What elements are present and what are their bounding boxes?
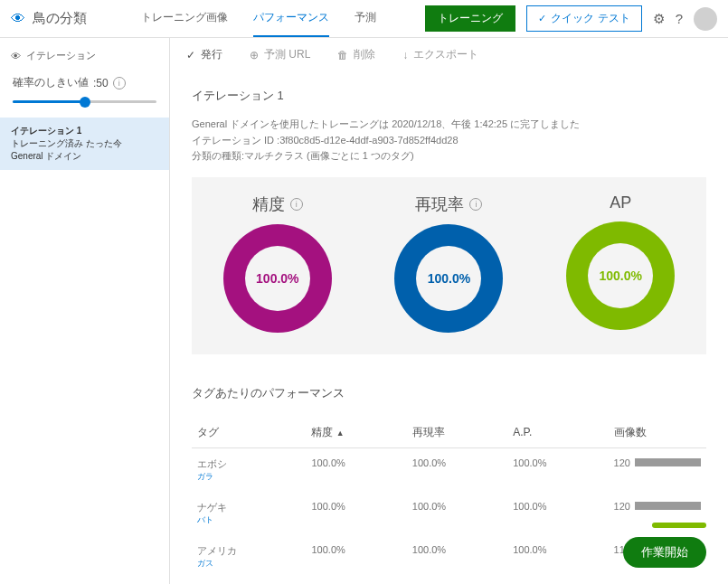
ap-value: 100.0%	[588, 243, 653, 308]
header-right: トレーニング ✓ クイック テスト ⚙ ?	[425, 5, 717, 32]
precision-label-row: 精度i	[223, 193, 332, 215]
threshold-label: 確率のしきい値	[13, 75, 89, 90]
sidebar-iteration-header: 👁 イテレーション	[0, 45, 169, 71]
slider-thumb[interactable]	[80, 97, 90, 108]
threshold-block: 確率のしきい値:50 i	[0, 71, 169, 118]
meta-id: イテレーション ID :3f80c8d5-d12e-4ddf-a903-7d85…	[192, 133, 706, 149]
iteration-item-domain: General ドメイン	[11, 150, 158, 163]
globe-icon: ⊕	[250, 49, 259, 61]
tab-predict[interactable]: 予測	[355, 0, 376, 37]
recall-label: 再現率	[415, 193, 464, 215]
threshold-label-row: 確率のしきい値:50 i	[13, 75, 156, 90]
ap-cell: 100.0%	[507, 535, 608, 579]
iteration-item-name: イテレーション 1	[11, 125, 158, 137]
sort-caret-icon: ▲	[336, 429, 345, 438]
ap-label-row: AP	[566, 193, 675, 212]
metrics-panel: 精度i 100.0% 再現率i 100.0% AP 100.0%	[192, 177, 706, 354]
images-cell: 120	[609, 447, 706, 492]
download-icon: ↓	[402, 49, 408, 61]
quick-test-button[interactable]: ✓ クイック テスト	[526, 5, 641, 32]
tag-name-cell[interactable]: エボシガラ	[192, 447, 306, 492]
threshold-value: :50	[93, 77, 109, 89]
publish-label: 発行	[201, 47, 222, 62]
check-icon: ✓	[538, 13, 546, 24]
main-panel: ✓発行 ⊕予測 URL 🗑削除 ↓エクスポート イテレーション 1 Genera…	[170, 38, 728, 584]
iteration-title: イテレーション 1	[192, 88, 706, 104]
tab-performance[interactable]: パフォーマンス	[253, 0, 329, 37]
meta-completed: General ドメインを使用したトレーニングは 2020/12/18、午後 1…	[192, 117, 706, 133]
recall-cell: 100.0%	[407, 492, 507, 535]
precision-cell: 100.0%	[306, 535, 406, 579]
metric-precision: 精度i 100.0%	[223, 193, 332, 333]
col-images[interactable]: 画像数	[609, 418, 706, 448]
image-count-bar	[635, 502, 701, 510]
sidebar: 👁 イテレーション 確率のしきい値:50 i イテレーション 1 トレーニング済…	[0, 38, 170, 584]
threshold-slider[interactable]	[13, 96, 156, 108]
iteration-item[interactable]: イテレーション 1 トレーニング済み たった今 General ドメイン	[0, 118, 169, 170]
metric-ap: AP 100.0%	[566, 193, 675, 330]
recall-cell: 100.0%	[407, 535, 507, 579]
train-button[interactable]: トレーニング	[425, 5, 515, 32]
app-header: 👁 鳥の分類 トレーニング画像 パフォーマンス 予測 トレーニング ✓ クイック…	[0, 0, 728, 38]
publish-action[interactable]: ✓発行	[186, 47, 222, 62]
col-ap[interactable]: A.P.	[507, 418, 608, 448]
body: 👁 イテレーション 確率のしきい値:50 i イテレーション 1 トレーニング済…	[0, 38, 728, 584]
eye-icon: 👁	[11, 11, 25, 27]
precision-label: 精度	[252, 193, 285, 215]
col-precision[interactable]: 精度 ▲	[306, 418, 406, 448]
content: イテレーション 1 General ドメインを使用したトレーニングは 2020/…	[170, 88, 728, 579]
recall-cell: 100.0%	[407, 447, 507, 492]
check-icon: ✓	[186, 49, 195, 61]
trash-icon: 🗑	[337, 49, 348, 61]
recall-label-row: 再現率i	[394, 193, 503, 215]
tab-training-images[interactable]: トレーニング画像	[141, 0, 228, 37]
tag-name-cell[interactable]: ナゲキバト	[192, 492, 306, 535]
ap-cell: 100.0%	[507, 447, 608, 492]
tag-name-cell[interactable]: アメリカガス	[192, 535, 306, 579]
info-icon[interactable]: i	[469, 198, 482, 211]
tag-performance-title: タグあたりのパフォーマンス	[192, 385, 706, 401]
iteration-toolbar: ✓発行 ⊕予測 URL 🗑削除 ↓エクスポート	[170, 38, 728, 71]
eye-icon: 👁	[11, 51, 21, 61]
col-tag[interactable]: タグ	[192, 418, 306, 448]
slider-fill	[13, 100, 85, 103]
info-icon[interactable]: i	[290, 198, 303, 211]
header-tabs: トレーニング画像 パフォーマンス 予測	[141, 0, 425, 37]
project-title: 鳥の分類	[33, 10, 87, 27]
precision-donut: 100.0%	[223, 224, 332, 333]
start-work-button[interactable]: 作業開始	[623, 537, 706, 568]
table-header-row: タグ 精度 ▲ 再現率 A.P. 画像数	[192, 418, 706, 448]
image-count-bar	[635, 458, 701, 466]
gear-icon[interactable]: ⚙	[653, 11, 665, 27]
meta-type: 分類の種類:マルチクラス (画像ごとに 1 つのタグ)	[192, 148, 706, 165]
precision-value: 100.0%	[245, 246, 310, 311]
col-precision-label: 精度	[311, 426, 333, 438]
recall-value: 100.0%	[416, 246, 481, 311]
help-icon[interactable]: ?	[676, 11, 683, 26]
delete-label: 削除	[354, 47, 375, 62]
export-action[interactable]: ↓エクスポート	[402, 47, 478, 62]
quick-test-label: クイック テスト	[551, 11, 629, 26]
metric-recall: 再現率i 100.0%	[394, 193, 503, 333]
prediction-url-label: 予測 URL	[264, 47, 310, 62]
precision-cell: 100.0%	[306, 447, 406, 492]
ap-donut: 100.0%	[566, 221, 675, 330]
recall-donut: 100.0%	[394, 224, 503, 333]
col-recall[interactable]: 再現率	[407, 418, 507, 448]
export-label: エクスポート	[413, 47, 478, 62]
delete-action[interactable]: 🗑削除	[337, 47, 375, 62]
iteration-label: イテレーション	[26, 49, 96, 62]
prediction-url-action[interactable]: ⊕予測 URL	[250, 47, 310, 62]
floating-actions: 作業開始	[623, 523, 706, 568]
iteration-item-status: トレーニング済み たった今	[11, 137, 158, 150]
table-row: エボシガラ100.0%100.0%100.0%120	[192, 447, 706, 492]
info-icon[interactable]: i	[113, 77, 126, 89]
progress-pill	[652, 523, 706, 528]
iteration-meta: General ドメインを使用したトレーニングは 2020/12/18、午後 1…	[192, 117, 706, 165]
ap-cell: 100.0%	[507, 492, 608, 535]
avatar[interactable]	[694, 7, 717, 31]
ap-label: AP	[610, 193, 631, 212]
precision-cell: 100.0%	[306, 492, 406, 535]
